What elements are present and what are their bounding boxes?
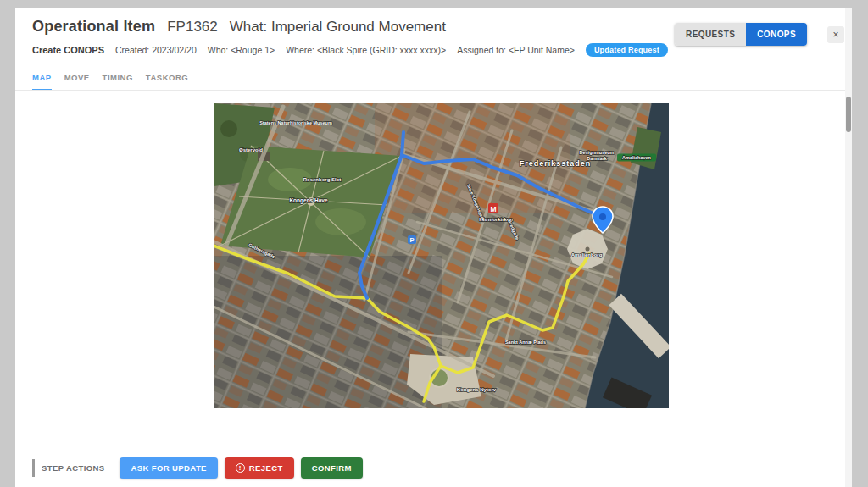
step-actions-bar: STEP ACTIONS ASK FOR UPDATE ! REJECT CON… (32, 457, 363, 479)
tab-move[interactable]: MOVE (64, 73, 90, 91)
scrollbar-track[interactable] (845, 8, 852, 487)
who-field: Who: <Rouge 1> (208, 45, 275, 55)
svg-text:M: M (490, 205, 496, 213)
confirm-label: CONFIRM (312, 463, 352, 473)
created-date: Created: 2023/02/20 (115, 45, 197, 55)
assigned-to-field: Assigned to: <FP Unit Name> (457, 45, 575, 55)
svg-text:Kongens Nytorv: Kongens Nytorv (457, 387, 497, 392)
step-name: Create CONOPS (32, 45, 104, 55)
svg-text:Designmuseum: Designmuseum (580, 150, 615, 155)
svg-text:Frederiksstaden: Frederiksstaden (520, 159, 592, 168)
svg-text:Amalienborg: Amalienborg (571, 252, 603, 257)
operational-item-panel: Operational Item FP1362 What: Imperial G… (15, 8, 852, 487)
svg-text:Danmark: Danmark (587, 156, 607, 161)
updated-request-badge: Updated Request (586, 43, 668, 57)
item-what: What: Imperial Ground Movement (230, 19, 446, 36)
reject-label: REJECT (249, 463, 283, 473)
item-id: FP1362 (167, 19, 218, 36)
svg-text:Statens Naturhistoriske Museum: Statens Naturhistoriske Museum (259, 120, 332, 125)
reject-button[interactable]: ! REJECT (225, 457, 294, 479)
tabs-divider (15, 90, 852, 91)
ask-for-update-button[interactable]: ASK FOR UPDATE (120, 457, 217, 479)
svg-text:Amaliehaven: Amaliehaven (622, 155, 652, 160)
svg-text:P: P (409, 236, 414, 244)
step-actions-label: STEP ACTIONS (32, 459, 113, 477)
tab-map[interactable]: MAP (32, 73, 52, 91)
parking-marker-icon: P (408, 235, 416, 244)
close-icon: × (832, 29, 838, 41)
svg-text:Sankt Annæ Plads: Sankt Annæ Plads (505, 340, 546, 345)
header-title-row: Operational Item FP1362 What: Imperial G… (32, 18, 446, 36)
scrollbar-thumb[interactable] (846, 97, 851, 132)
requests-conops-toggle: REQUESTS CONOPS (675, 23, 807, 46)
tab-timing[interactable]: TIMING (103, 73, 133, 91)
svg-text:Kongens Have: Kongens Have (289, 197, 328, 204)
page-title: Operational Item (32, 18, 155, 36)
svg-text:Østervold: Østervold (239, 147, 263, 152)
metro-marker-icon: M (488, 203, 498, 213)
conops-button[interactable]: CONOPS (746, 23, 807, 46)
confirm-button[interactable]: CONFIRM (301, 457, 363, 479)
map-canvas[interactable]: M P Statens Naturhistoriske MuseumØsterv… (214, 103, 669, 408)
ask-for-update-label: ASK FOR UPDATE (131, 463, 206, 473)
alert-circle-icon: ! (236, 463, 245, 473)
map-svg: M P Statens Naturhistoriske MuseumØsterv… (214, 103, 669, 408)
close-button[interactable]: × (827, 26, 844, 43)
svg-text:Rosenborg Slot: Rosenborg Slot (303, 177, 342, 182)
where-field: Where: <Black Spire (GRID: xxxx xxxx)> (286, 45, 446, 55)
tab-taskorg[interactable]: TASKORG (146, 73, 188, 91)
header-meta-row: Create CONOPS Created: 2023/02/20 Who: <… (32, 43, 668, 57)
view-tabs: MAP MOVE TIMING TASKORG (32, 73, 188, 91)
requests-button[interactable]: REQUESTS (675, 23, 746, 46)
